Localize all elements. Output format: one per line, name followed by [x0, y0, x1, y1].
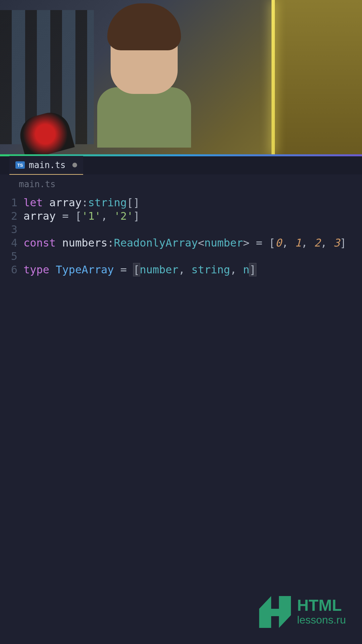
code-content: type TypeArray = [number, string, n]	[23, 263, 256, 276]
tab-bar: TS main.ts	[0, 156, 362, 174]
line-number: 6	[0, 263, 23, 276]
modified-indicator-icon	[72, 163, 77, 167]
typescript-icon: TS	[15, 161, 25, 169]
code-line[interactable]: 2array = ['1', '2']	[0, 209, 362, 223]
tab-filename: main.ts	[29, 160, 66, 170]
video-light	[272, 0, 275, 154]
logo-title: HTML	[297, 597, 346, 613]
code-line[interactable]: 6type TypeArray = [number, string, n]	[0, 263, 362, 276]
code-editor: TS main.ts main.ts 1let array:string[]2a…	[0, 156, 362, 644]
code-area[interactable]: 1let array:string[]2array = ['1', '2']34…	[0, 194, 362, 278]
logo-h-icon	[259, 596, 291, 628]
watermark-logo: HTML lessons.ru	[259, 596, 346, 628]
line-number: 2	[0, 209, 23, 223]
line-number: 4	[0, 236, 23, 250]
line-number: 1	[0, 196, 23, 209]
video-thumbnail	[0, 0, 362, 154]
code-content: array = ['1', '2']	[23, 209, 140, 223]
code-line[interactable]: 5	[0, 250, 362, 263]
tab-main-ts[interactable]: TS main.ts	[9, 156, 83, 175]
video-person	[94, 13, 194, 154]
code-line[interactable]: 1let array:string[]	[0, 196, 362, 209]
video-bg	[272, 0, 362, 154]
breadcrumb[interactable]: main.ts	[0, 174, 362, 194]
code-line[interactable]: 4const numbers:ReadonlyArray<number> = […	[0, 236, 362, 250]
line-number: 3	[0, 223, 23, 236]
line-number: 5	[0, 250, 23, 263]
code-content: const numbers:ReadonlyArray<number> = [0…	[23, 236, 346, 250]
logo-subtitle: lessons.ru	[297, 613, 346, 626]
code-content: let array:string[]	[23, 196, 140, 209]
code-line[interactable]: 3	[0, 223, 362, 236]
